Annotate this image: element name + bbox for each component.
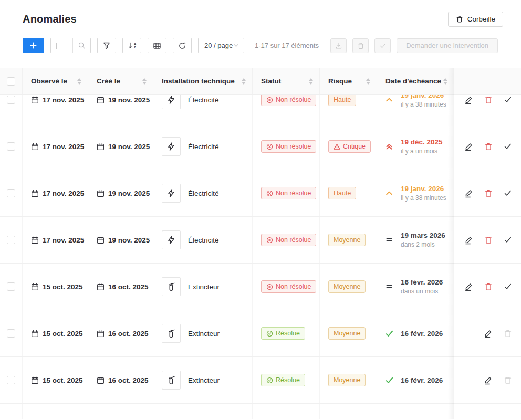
sort-carets-icon[interactable] xyxy=(366,78,370,85)
risk-cell: Moyenne xyxy=(320,310,377,356)
risk-cell: Moyenne xyxy=(320,217,377,263)
chevron-up-icon xyxy=(385,96,393,104)
edit-button[interactable] xyxy=(484,329,493,338)
add-anomaly-button[interactable] xyxy=(23,38,44,53)
observed-date: 15 oct. 2025 xyxy=(43,330,83,338)
check-icon xyxy=(385,329,394,338)
column-header-observed[interactable]: Observé le xyxy=(23,68,88,94)
column-header-risk[interactable]: Risque xyxy=(320,68,377,94)
delete-button[interactable] xyxy=(484,96,493,104)
resolve-button[interactable] xyxy=(504,282,512,291)
search-button[interactable] xyxy=(72,38,90,52)
risk-cell: Critique xyxy=(320,123,377,170)
resolve-button[interactable] xyxy=(504,236,512,244)
resolve-button[interactable] xyxy=(504,142,512,151)
column-header-due[interactable]: Date d'échéance xyxy=(377,68,454,94)
due-date: 19 déc. 2025 xyxy=(401,138,443,146)
row-checkbox[interactable] xyxy=(7,142,15,151)
created-date: 16 oct. 2025 xyxy=(108,330,149,338)
corbeille-button[interactable]: Corbeille xyxy=(448,12,503,27)
page-size-select[interactable]: 20 / page xyxy=(198,38,244,53)
due-relative: il y a 38 minutes xyxy=(401,194,446,202)
plus-icon xyxy=(29,41,37,49)
installation-label: Électricité xyxy=(188,96,219,104)
actions-cell xyxy=(454,310,521,356)
column-header-created[interactable]: Créé le xyxy=(88,68,153,94)
refresh-button[interactable] xyxy=(173,38,192,53)
double-chevron-up-icon xyxy=(385,142,393,151)
table-header: Observé le Créé le Installation techniqu… xyxy=(0,68,521,94)
sort-carets-icon[interactable] xyxy=(242,78,246,85)
edit-button[interactable] xyxy=(464,236,473,245)
due-date: 16 févr. 2026 xyxy=(401,330,443,338)
row-checkbox[interactable] xyxy=(7,96,15,104)
sort-button[interactable]: Az xyxy=(122,38,141,53)
row-checkbox[interactable] xyxy=(7,282,15,291)
calendar-icon xyxy=(31,330,39,338)
urgency-icon xyxy=(384,189,394,197)
resolve-button[interactable] xyxy=(504,189,512,197)
created-date: 16 oct. 2025 xyxy=(108,376,149,384)
resolve-button[interactable] xyxy=(504,96,512,104)
edit-button[interactable] xyxy=(464,142,473,151)
bulk-resolve-button[interactable] xyxy=(374,38,391,53)
created-cell: 16 oct. 2025 xyxy=(88,310,153,356)
due-block: 16 févr. 2026 xyxy=(401,376,443,384)
column-label: Date d'échéance xyxy=(385,77,441,85)
delete-button[interactable] xyxy=(504,376,512,384)
export-button[interactable] xyxy=(330,38,347,53)
equals-icon xyxy=(385,236,393,244)
bolt-icon xyxy=(166,235,176,245)
installation-icon-box xyxy=(162,371,181,390)
delete-button[interactable] xyxy=(484,282,493,291)
calendar-icon xyxy=(31,190,39,197)
row-checkbox[interactable] xyxy=(7,189,15,197)
pencil-icon xyxy=(484,329,493,338)
status-cell: Non résolue xyxy=(253,170,320,216)
urgency-icon xyxy=(384,96,394,104)
column-header-installation[interactable]: Installation technique xyxy=(153,68,253,94)
request-intervention-button[interactable]: Demander une intervention xyxy=(397,38,498,53)
delete-button[interactable] xyxy=(484,189,493,197)
row-checkbox[interactable] xyxy=(7,329,15,338)
delete-button[interactable] xyxy=(484,236,493,244)
sort-carets-icon[interactable] xyxy=(142,78,147,85)
delete-button[interactable] xyxy=(504,329,512,338)
sort-carets-icon[interactable] xyxy=(77,78,81,85)
edit-button[interactable] xyxy=(464,282,473,291)
created-date: 16 oct. 2025 xyxy=(108,283,149,291)
columns-button[interactable] xyxy=(148,38,166,53)
filter-button[interactable] xyxy=(97,38,116,53)
urgency-icon xyxy=(384,236,394,244)
bulk-delete-button[interactable] xyxy=(352,38,369,53)
pencil-icon xyxy=(464,142,473,151)
edit-button[interactable] xyxy=(484,376,493,385)
due-block: 19 janv. 2026 il y a 38 minutes xyxy=(401,185,446,202)
calendar-icon xyxy=(97,236,105,244)
table-row: 15 oct. 2025 16 oct. 2025 Extincteur Non… xyxy=(0,264,521,310)
risk-badge: Moyenne xyxy=(328,374,366,386)
installation-label: Extincteur xyxy=(188,283,220,291)
search-input[interactable] xyxy=(51,38,72,52)
select-all-checkbox[interactable] xyxy=(7,77,15,86)
column-header-status[interactable]: Statut xyxy=(253,68,320,94)
risk-cell: Moyenne xyxy=(320,357,377,403)
risk-badge: Moyenne xyxy=(328,327,366,340)
delete-button[interactable] xyxy=(484,142,493,151)
warning-icon xyxy=(334,143,340,150)
edit-button[interactable] xyxy=(464,96,473,104)
row-select-cell xyxy=(0,404,23,419)
installation-icon-box xyxy=(162,324,181,343)
sort-carets-icon[interactable] xyxy=(309,78,313,85)
edit-button[interactable] xyxy=(464,189,473,198)
row-checkbox[interactable] xyxy=(7,376,15,384)
installation-icon-box xyxy=(162,277,181,296)
x-circle-icon xyxy=(266,237,273,244)
row-checkbox[interactable] xyxy=(7,236,15,244)
actions-cell xyxy=(454,170,521,216)
sort-carets-icon[interactable] xyxy=(443,78,447,85)
installation-icon-box xyxy=(162,230,181,249)
anomalies-table: Observé le Créé le Installation techniqu… xyxy=(0,68,521,419)
trash-icon xyxy=(456,15,463,23)
status-cell: Non résolue xyxy=(253,264,320,310)
